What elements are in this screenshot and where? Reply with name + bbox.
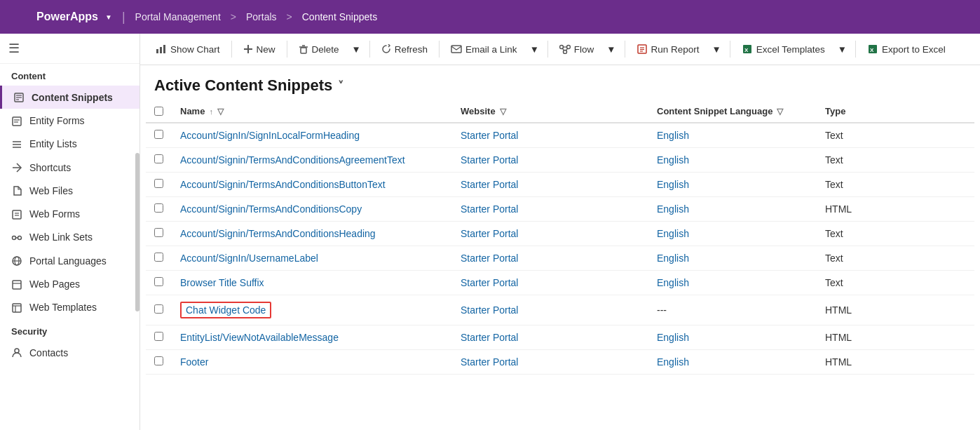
file-icon (11, 184, 22, 196)
row-checkbox[interactable] (154, 154, 163, 163)
sidebar-item-entity-lists[interactable]: Entity Lists (0, 133, 139, 156)
row-checkbox-cell (146, 222, 172, 246)
portal-management-link[interactable]: Portal Management (135, 11, 221, 22)
row-language-cell: English (648, 246, 817, 271)
content-snippet-link[interactable]: Browser Title Suffix (180, 277, 264, 288)
content-snippet-link[interactable]: Account/SignIn/SignInLocalFormHeading (180, 130, 360, 141)
form-icon (11, 114, 22, 126)
sidebar-scrollbar[interactable] (135, 153, 139, 311)
page-header: Active Content Snippets ˅ (140, 65, 980, 100)
sidebar-item-entity-forms[interactable]: Entity Forms (0, 109, 139, 132)
table-row: Chat Widget CodeStarter Portal---HTML (146, 295, 974, 325)
svg-point-24 (15, 349, 19, 353)
flow-button[interactable]: Flow (552, 40, 601, 59)
language-value: --- (657, 304, 667, 316)
sidebar-item-web-templates[interactable]: Web Templates (0, 296, 139, 319)
sidebar-item-web-files[interactable]: Web Files (0, 179, 139, 202)
toolbar-divider-8 (855, 41, 856, 58)
new-button[interactable]: New (236, 40, 283, 59)
content-snippet-link[interactable]: EntityList/ViewNotAvailableMessage (180, 332, 339, 343)
delete-dropdown-button[interactable]: ▼ (348, 40, 365, 59)
sidebar-section-title: Content (0, 64, 139, 86)
report-dropdown-button[interactable]: ▼ (708, 40, 726, 59)
language-value: English (657, 228, 689, 239)
website-value: Starter Portal (461, 154, 518, 166)
row-website-cell: Starter Portal (452, 123, 648, 148)
svg-rect-19 (13, 281, 21, 289)
list-icon (11, 138, 22, 150)
language-value: English (657, 203, 689, 215)
page-title-chevron-icon[interactable]: ˅ (338, 79, 343, 93)
sidebar-item-shortcuts[interactable]: Shortcuts (0, 156, 139, 179)
content-snippet-link[interactable]: Account/Signin/TermsAndConditionsButtonT… (180, 179, 386, 190)
website-value: Starter Portal (461, 179, 518, 190)
checkbox-header[interactable] (146, 100, 172, 123)
row-website-cell: Starter Portal (452, 325, 648, 350)
language-value: English (657, 179, 689, 190)
row-name-cell: Account/Signin/TermsAndConditionsButtonT… (172, 173, 452, 197)
app-chevron-icon[interactable]: ▼ (105, 13, 112, 21)
sidebar-label: Contacts (29, 347, 68, 358)
content-snippet-link[interactable]: Account/SignIn/UsernameLabel (180, 253, 318, 264)
svg-point-36 (563, 51, 566, 54)
email-link-button[interactable]: Email a Link (444, 40, 524, 59)
sidebar-item-contacts[interactable]: Contacts (0, 341, 139, 364)
excel-templates-dropdown-button[interactable]: ▼ (833, 40, 851, 59)
refresh-button[interactable]: Refresh (374, 40, 435, 59)
svg-text:X: X (744, 47, 749, 53)
row-checkbox-cell (146, 197, 172, 222)
table-row: EntityList/ViewNotAvailableMessageStarte… (146, 325, 974, 350)
svg-rect-30 (301, 48, 306, 53)
row-checkbox[interactable] (154, 228, 163, 237)
content-snippet-link[interactable]: Footer (180, 356, 208, 368)
export-excel-button[interactable]: X Export to Excel (860, 40, 953, 59)
name-column-header: Name ↑ ▽ (172, 100, 452, 123)
content-snippet-link[interactable]: Account/Signin/TermsAndConditionsCopy (180, 203, 362, 215)
website-value: Starter Portal (461, 253, 518, 264)
website-value: Starter Portal (461, 332, 518, 343)
language-value: English (657, 253, 689, 264)
name-sort-icon[interactable]: ↑ (209, 107, 213, 116)
row-checkbox[interactable] (154, 179, 163, 188)
type-value: HTML (825, 332, 852, 343)
name-filter-icon[interactable]: ▽ (217, 107, 224, 116)
type-value: Text (825, 179, 843, 190)
waffle-menu-icon[interactable] (8, 7, 28, 27)
portals-link[interactable]: Portals (246, 11, 277, 22)
sidebar-item-portal-languages[interactable]: Portal Languages (0, 249, 139, 272)
row-checkbox[interactable] (154, 356, 163, 365)
sidebar-item-web-pages[interactable]: Web Pages (0, 272, 139, 295)
language-value: English (657, 332, 689, 343)
website-filter-icon[interactable]: ▽ (500, 107, 506, 116)
sidebar-toggle[interactable]: ☰ (0, 34, 139, 64)
email-dropdown-button[interactable]: ▼ (526, 40, 543, 59)
app-name[interactable]: PowerApps (36, 11, 98, 23)
snippet-icon (13, 91, 25, 103)
flow-dropdown-button[interactable]: ▼ (602, 40, 620, 59)
sidebar-label: Entity Forms (29, 115, 85, 126)
show-chart-button[interactable]: Show Chart (149, 39, 227, 59)
sidebar-item-web-link-sets[interactable]: Web Link Sets (0, 226, 139, 249)
content-snippet-link[interactable]: Account/Signin/TermsAndConditionsHeading (180, 228, 376, 239)
delete-button[interactable]: Delete (292, 40, 346, 59)
page-icon (11, 278, 22, 290)
run-report-button[interactable]: Run Report (629, 40, 707, 59)
sidebar-item-web-forms[interactable]: Web Forms (0, 202, 139, 225)
language-filter-icon[interactable]: ▽ (777, 107, 783, 116)
toolbar-divider-3 (369, 41, 370, 58)
row-checkbox[interactable] (154, 304, 163, 314)
row-checkbox[interactable] (154, 277, 163, 286)
select-all-checkbox[interactable] (154, 107, 163, 116)
website-value: Starter Portal (461, 356, 518, 368)
row-checkbox[interactable] (154, 130, 163, 139)
excel-templates-button[interactable]: X Excel Templates (735, 40, 832, 59)
svg-rect-4 (13, 117, 21, 126)
language-column-header: Content Snippet Language ▽ (648, 100, 817, 123)
sidebar-item-content-snippets[interactable]: Content Snippets (0, 86, 139, 109)
row-checkbox[interactable] (154, 332, 163, 341)
row-checkbox[interactable] (154, 203, 163, 213)
row-checkbox[interactable] (154, 253, 163, 262)
content-snippet-link[interactable]: Account/Signin/TermsAndConditionsAgreeme… (180, 154, 405, 166)
content-area: Show Chart New Delete ▼ (140, 34, 980, 430)
content-snippet-link[interactable]: Chat Widget Code (186, 304, 266, 316)
